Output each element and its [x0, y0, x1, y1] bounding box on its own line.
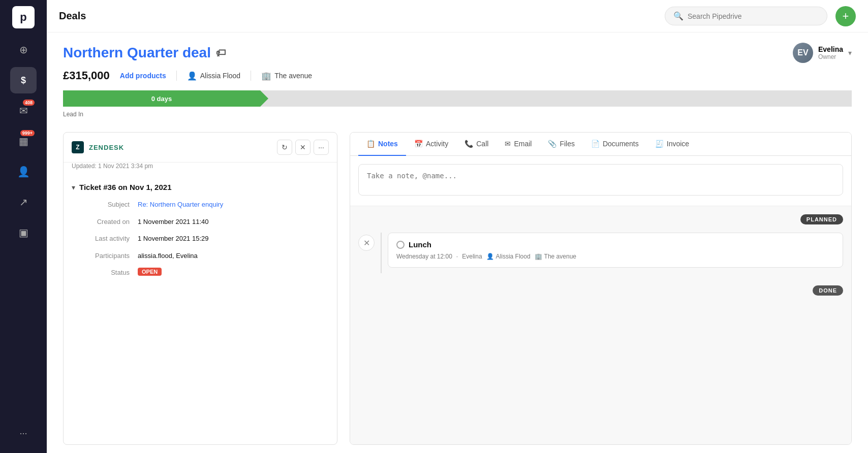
tab-notes[interactable]: 📋 Notes [358, 133, 406, 156]
refresh-button[interactable]: ↻ [277, 140, 292, 155]
created-label: Created on [72, 217, 138, 227]
done-badge: DONE [813, 285, 843, 296]
planned-badge: PLANNED [800, 214, 843, 224]
activity-meta: Wednesday at 12:00 · Evelina 👤 Alissia F… [396, 253, 834, 260]
ticket-status-field: Status OPEN [72, 268, 329, 278]
done-badge-row: DONE [350, 277, 851, 300]
activity-card: Lunch Wednesday at 12:00 · Evelina [388, 233, 843, 268]
box-icon: ▣ [19, 226, 28, 239]
sidebar-item-contacts[interactable]: 👤 [10, 158, 37, 185]
created-value: 1 November 2021 11:40 [138, 217, 208, 227]
ticket-lastactivity-field: Last activity 1 November 2021 15:29 [72, 234, 329, 244]
sidebar-item-deals[interactable]: $ [10, 67, 37, 93]
documents-tab-icon: 📄 [591, 140, 600, 148]
files-tab-icon: 📎 [548, 140, 556, 148]
owner-name: Evelina [818, 45, 843, 53]
activity-separator-1: · [456, 253, 458, 260]
deal-title: Northern Quarter deal 🏷 [63, 45, 226, 61]
deal-header: Northern Quarter deal 🏷 EV Evelina Owner… [47, 33, 868, 124]
owner-info: EV Evelina Owner ▾ [793, 43, 852, 63]
more-options[interactable]: ··· [19, 428, 27, 447]
activity-time: Wednesday at 12:00 [396, 253, 452, 260]
add-button[interactable]: + [835, 6, 856, 26]
ticket-section: ▾ Ticket #36 on Nov 1, 2021 Subject Re: … [64, 175, 337, 293]
owner-text: Evelina Owner [818, 45, 843, 60]
lastactivity-label: Last activity [72, 234, 138, 244]
lastactivity-value: 1 November 2021 15:29 [138, 234, 208, 244]
add-products-link[interactable]: Add products [120, 72, 166, 80]
tab-activity[interactable]: 📅 Activity [406, 133, 456, 156]
note-input[interactable] [358, 164, 843, 196]
main-content: Deals 🔍 + Northern Quarter deal 🏷 EV Eve… [47, 0, 868, 453]
org-icon: 🏢 [261, 71, 271, 81]
activity-org: 🏢 The avenue [535, 253, 576, 260]
ticket-title-row: ▾ Ticket #36 on Nov 1, 2021 [72, 183, 329, 191]
search-input[interactable] [688, 12, 819, 20]
top-header: Deals 🔍 + [47, 0, 868, 33]
email-tab-label: Email [514, 140, 532, 148]
call-tab-label: Call [476, 140, 488, 148]
close-button[interactable]: ✕ [295, 140, 311, 155]
subject-label: Subject [72, 200, 138, 210]
person-icon: 👤 [187, 71, 197, 81]
sidebar-item-reports[interactable]: ↗ [10, 189, 37, 215]
activity-dismiss-button[interactable]: ✕ [358, 235, 375, 251]
ticket-participants-field: Participants alissia.flood, Evelina [72, 251, 329, 261]
pipeline-bar: 0 days [63, 90, 852, 107]
target-icon: ⊕ [19, 44, 28, 56]
invoice-tab-label: Invoice [667, 140, 689, 148]
tab-email[interactable]: ✉ Email [497, 133, 540, 156]
email-tab-icon: ✉ [505, 140, 511, 148]
documents-tab-label: Documents [603, 140, 639, 148]
sidebar-item-calendar[interactable]: ▦ 999+ [10, 128, 37, 154]
org-meta: 🏢 The avenue [261, 71, 312, 81]
person-meta-icon: 👤 [486, 253, 494, 260]
pipeline-label: Lead In [63, 109, 852, 124]
pipeline-stage-1[interactable]: 0 days [63, 90, 260, 107]
deal-page: Northern Quarter deal 🏷 EV Evelina Owner… [47, 33, 868, 453]
timeline-line [381, 233, 382, 273]
ticket-chevron-icon[interactable]: ▾ [72, 183, 75, 191]
tab-files[interactable]: 📎 Files [540, 133, 583, 156]
search-icon: 🔍 [673, 11, 684, 21]
more-button[interactable]: ··· [314, 140, 329, 155]
meta-divider-2 [251, 71, 251, 81]
tab-call[interactable]: 📞 Call [456, 133, 497, 156]
pipeline-stage-4[interactable] [655, 90, 852, 107]
tab-documents[interactable]: 📄 Documents [583, 133, 647, 156]
activity-person: 👤 Alissia Flood [486, 253, 531, 260]
avatar: EV [793, 43, 813, 63]
participants-label: Participants [72, 251, 138, 261]
subject-value[interactable]: Re: Northern Quarter enquiry [138, 200, 223, 210]
tab-invoice[interactable]: 🧾 Invoice [647, 133, 697, 156]
dollar-icon: $ [21, 75, 26, 86]
chevron-down-icon[interactable]: ▾ [848, 49, 852, 57]
sidebar-item-products[interactable]: ▣ [10, 219, 37, 246]
zendesk-name: ZENDESK [89, 144, 272, 151]
org-meta-icon: 🏢 [535, 253, 542, 260]
zendesk-header: Z ZENDESK ↻ ✕ ··· [64, 133, 337, 163]
deal-meta: £315,000 Add products 👤 Alissia Flood 🏢 … [63, 69, 852, 82]
sidebar-item-mail[interactable]: ✉ 408 [10, 98, 37, 124]
deal-amount: £315,000 [63, 69, 110, 82]
activity-title-row: Lunch [396, 240, 834, 249]
call-tab-icon: 📞 [464, 140, 473, 148]
person-meta: 👤 Alissia Flood [187, 71, 240, 81]
pipeline-stage-3[interactable] [457, 90, 655, 107]
owner-role: Owner [818, 53, 843, 60]
planned-badge-row: PLANNED [350, 206, 851, 229]
right-panel: 📋 Notes 📅 Activity 📞 Call ✉ Email [350, 132, 852, 445]
mail-icon: ✉ [19, 105, 28, 117]
left-panel: Z ZENDESK ↻ ✕ ··· Updated: 1 Nov 2021 3:… [63, 132, 337, 445]
ticket-subject-field: Subject Re: Northern Quarter enquiry [72, 200, 329, 210]
activity-tab-label: Activity [426, 140, 448, 148]
activity-tab-icon: 📅 [414, 140, 423, 148]
pipeline-stage-2[interactable] [260, 90, 457, 107]
search-bar[interactable]: 🔍 [665, 7, 827, 25]
sidebar-item-target[interactable]: ⊕ [10, 37, 37, 63]
tabs-bar: 📋 Notes 📅 Activity 📞 Call ✉ Email [350, 133, 851, 156]
activity-status-circle[interactable] [396, 241, 405, 249]
plus-icon: + [843, 10, 849, 23]
files-tab-label: Files [560, 140, 575, 148]
note-input-area [350, 156, 851, 206]
